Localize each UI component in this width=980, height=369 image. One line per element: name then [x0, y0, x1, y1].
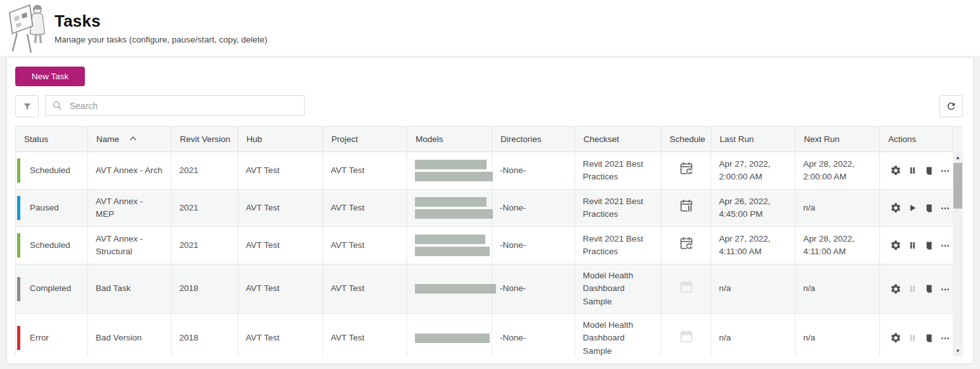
- copy-action-button[interactable]: [922, 201, 936, 215]
- more-action-button[interactable]: [938, 331, 952, 345]
- column-header-checkset[interactable]: Checkset: [575, 127, 661, 152]
- cell-actions: [880, 264, 953, 314]
- cell-models: [407, 314, 492, 357]
- settings-action-button[interactable]: [889, 201, 903, 215]
- cell-schedule: [661, 227, 711, 264]
- cell-next-run: n/a: [796, 190, 880, 227]
- column-label: Directories: [500, 134, 542, 144]
- column-label: Schedule: [670, 134, 705, 144]
- redacted-model-name-bar: [415, 160, 487, 169]
- cell-project: AVT Test: [323, 227, 407, 264]
- cell-models: [407, 190, 492, 227]
- column-header-hub[interactable]: Hub: [238, 127, 323, 152]
- cell-project: AVT Test: [323, 152, 407, 190]
- cell-schedule: [661, 314, 711, 357]
- cell-status: Paused: [16, 190, 88, 227]
- column-label: Next Run: [804, 134, 839, 144]
- copy-action-button[interactable]: [922, 282, 936, 296]
- cell-last-run: Apr 27, 2022, 2:00:00 AM: [711, 152, 796, 190]
- cell-last-run: Apr 26, 2022, 4:45:00 PM: [711, 190, 796, 227]
- status-label: Scheduled: [30, 240, 70, 250]
- cell-hub: AVT Test: [238, 227, 323, 264]
- column-label: Last Run: [720, 134, 754, 144]
- column-label: Status: [24, 134, 48, 144]
- column-header-models[interactable]: Models: [407, 127, 492, 152]
- cell-status: Scheduled: [16, 227, 88, 264]
- column-label: Name: [96, 134, 119, 144]
- more-action-button[interactable]: [938, 164, 952, 178]
- calendar-paused-icon: [679, 205, 694, 215]
- redacted-model-name-bar: [415, 235, 485, 244]
- cell-name: Bad Version: [88, 314, 172, 357]
- new-task-button[interactable]: New Task: [15, 67, 85, 86]
- cell-revit-version: 2018: [172, 264, 238, 314]
- cell-checkset: Revit 2021 Best Practices: [575, 152, 661, 190]
- cell-last-run: n/a: [711, 314, 796, 357]
- cell-checkset: Revit 2021 Best Practices: [575, 190, 661, 227]
- settings-action-button[interactable]: [889, 282, 903, 296]
- column-header-next_run[interactable]: Next Run: [796, 127, 880, 152]
- cell-next-run: Apr 28, 2022, 4:11:00 AM: [796, 227, 880, 264]
- copy-action-button[interactable]: [922, 331, 936, 345]
- status-color-bar: [17, 277, 20, 301]
- cell-actions: [880, 152, 953, 190]
- cell-status: Scheduled: [16, 152, 88, 190]
- status-label: Error: [30, 333, 49, 342]
- status-color-bar: [17, 196, 20, 220]
- more-action-button[interactable]: [938, 238, 952, 252]
- cell-revit-version: 2021: [172, 227, 238, 264]
- cell-hub: AVT Test: [238, 314, 323, 357]
- more-action-button[interactable]: [938, 282, 952, 296]
- cell-checkset: Revit 2021 Best Practices: [575, 227, 661, 264]
- status-label: Completed: [30, 283, 71, 293]
- pause-action-button[interactable]: [905, 164, 919, 178]
- cell-revit-version: 2018: [172, 314, 238, 357]
- cell-actions: [880, 190, 953, 227]
- filter-button[interactable]: [15, 95, 39, 117]
- cell-schedule: [661, 152, 711, 190]
- copy-action-button[interactable]: [922, 238, 936, 252]
- task-row: ScheduledAVT Annex - Structural2021AVT T…: [16, 227, 964, 264]
- scroll-thumb[interactable]: [953, 163, 962, 209]
- column-header-revit_version[interactable]: Revit Version: [172, 127, 238, 152]
- column-header-actions[interactable]: Actions: [880, 127, 953, 152]
- column-header-name[interactable]: Name: [88, 127, 172, 152]
- calendar-recurring-icon: [679, 168, 694, 178]
- vertical-scrollbar[interactable]: ▲ ▼: [953, 152, 963, 356]
- pause-action-button: [905, 331, 919, 345]
- search-input[interactable]: [68, 100, 298, 112]
- cell-models: [407, 264, 492, 314]
- status-label: Paused: [30, 203, 59, 212]
- redacted-model-name-bar: [415, 209, 493, 219]
- refresh-icon: [946, 101, 957, 112]
- task-row: ScheduledAVT Annex - Arch2021AVT TestAVT…: [16, 152, 964, 190]
- table-body: ScheduledAVT Annex - Arch2021AVT TestAVT…: [16, 152, 964, 357]
- column-header-status[interactable]: Status: [16, 127, 88, 152]
- redacted-model-name-bar: [415, 333, 490, 343]
- column-label: Actions: [888, 134, 916, 144]
- sort-ascending-icon: [129, 136, 137, 141]
- cell-name: Bad Task: [88, 264, 172, 314]
- scroll-down-arrow[interactable]: ▼: [953, 346, 963, 355]
- refresh-button[interactable]: [939, 95, 963, 117]
- cell-next-run: n/a: [796, 264, 880, 314]
- cell-directories: -None-: [492, 190, 575, 227]
- cell-hub: AVT Test: [238, 190, 323, 227]
- column-header-schedule[interactable]: Schedule: [661, 127, 711, 152]
- table-header-row: StatusNameRevit VersionHubProjectModelsD…: [16, 127, 964, 152]
- cell-project: AVT Test: [323, 264, 407, 314]
- settings-action-button[interactable]: [889, 331, 903, 345]
- settings-action-button[interactable]: [889, 238, 903, 252]
- redacted-model-name-bar: [415, 247, 490, 256]
- cell-directories: -None-: [492, 314, 575, 357]
- scroll-up-arrow[interactable]: ▲: [953, 153, 963, 162]
- cell-models: [407, 227, 492, 264]
- pause-action-button[interactable]: [905, 238, 919, 252]
- more-action-button[interactable]: [938, 201, 952, 215]
- settings-action-button[interactable]: [889, 164, 903, 178]
- column-header-last_run[interactable]: Last Run: [711, 127, 796, 152]
- column-header-project[interactable]: Project: [323, 127, 407, 152]
- column-header-directories[interactable]: Directories: [492, 127, 575, 152]
- copy-action-button[interactable]: [922, 164, 936, 178]
- play-action-button[interactable]: [905, 201, 919, 215]
